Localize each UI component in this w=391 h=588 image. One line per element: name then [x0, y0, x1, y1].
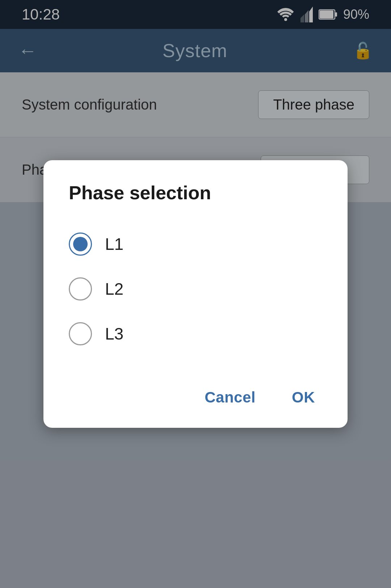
radio-label-l3: L3	[105, 324, 123, 344]
radio-option-l1[interactable]: L1	[69, 222, 322, 267]
radio-group: L1 L2 L3	[69, 222, 322, 356]
dialog-actions: Cancel OK	[69, 378, 322, 410]
dialog-overlay: Phase selection L1 L2 L3 Cancel OK	[0, 0, 391, 588]
radio-option-l2[interactable]: L2	[69, 267, 322, 311]
radio-label-l1: L1	[105, 234, 123, 254]
phase-selection-dialog: Phase selection L1 L2 L3 Cancel OK	[43, 160, 348, 428]
radio-option-l3[interactable]: L3	[69, 311, 322, 356]
radio-label-l2: L2	[105, 279, 123, 299]
ok-button[interactable]: OK	[285, 385, 322, 410]
cancel-button[interactable]: Cancel	[197, 385, 263, 410]
dialog-title: Phase selection	[69, 182, 322, 204]
radio-circle-l2	[69, 277, 92, 301]
radio-circle-l1	[69, 233, 92, 256]
radio-circle-l3	[69, 322, 92, 345]
